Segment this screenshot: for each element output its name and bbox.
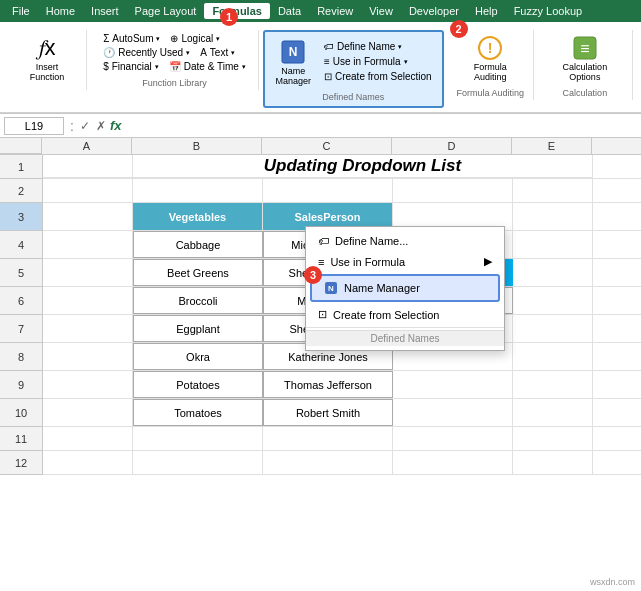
- use-in-formula-button[interactable]: ≡ Use in Formula ▾: [320, 55, 436, 68]
- calculation-group-label: Calculation: [563, 84, 608, 98]
- cell-a3[interactable]: [43, 203, 133, 230]
- menu-view[interactable]: View: [361, 3, 401, 19]
- cell-a9[interactable]: [43, 371, 133, 398]
- create-from-selection-button[interactable]: ⊡ Create from Selection: [320, 70, 436, 83]
- menu-item-create-from-selection[interactable]: ⊡ Create from Selection: [306, 304, 504, 325]
- cell-a11[interactable]: [43, 427, 133, 450]
- cell-a1[interactable]: [43, 155, 133, 178]
- formula-input[interactable]: [125, 119, 637, 133]
- menu-item-name-manager[interactable]: 3 N Name Manager: [310, 274, 500, 302]
- menu-insert[interactable]: Insert: [83, 3, 127, 19]
- define-name-button[interactable]: 🏷 Define Name ▾: [320, 40, 436, 53]
- cell-b4[interactable]: Cabbage: [133, 231, 263, 258]
- insert-function-icon: 𝑓x: [33, 34, 61, 62]
- cell-b3-vegetables[interactable]: Vegetables: [133, 203, 263, 230]
- cell-a7[interactable]: [43, 315, 133, 342]
- cell-c11[interactable]: [263, 427, 393, 450]
- menu-file[interactable]: File: [4, 3, 38, 19]
- svg-text:≡: ≡: [580, 40, 589, 57]
- ribbon-group-insertfunction: 𝑓x Insert Function: [8, 30, 87, 90]
- cell-d2[interactable]: [393, 179, 513, 202]
- cell-c12[interactable]: [263, 451, 393, 474]
- cell-b9[interactable]: Potatoes: [133, 371, 263, 398]
- financial-button[interactable]: $ Financial ▾: [99, 60, 163, 73]
- cell-b12[interactable]: [133, 451, 263, 474]
- formula-auditing-button[interactable]: ! Formula Auditing: [456, 32, 525, 84]
- dropdown-separator: [306, 327, 504, 328]
- autosum-dropdown[interactable]: ▾: [156, 35, 160, 43]
- step2-circle: 2: [450, 20, 468, 38]
- cell-d11[interactable]: [393, 427, 513, 450]
- cell-b5[interactable]: Beet Greens: [133, 259, 263, 286]
- cell-a12[interactable]: [43, 451, 133, 474]
- name-manager-button[interactable]: N Name Manager: [271, 36, 316, 88]
- autosum-button[interactable]: Σ AutoSum ▾: [99, 32, 164, 45]
- calculation-options-button[interactable]: ≡ Calculation Options: [546, 32, 624, 84]
- cell-e10[interactable]: [513, 399, 593, 426]
- recently-used-button[interactable]: 🕐 Recently Used ▾: [99, 46, 194, 59]
- cell-b2[interactable]: [133, 179, 263, 202]
- cell-b6[interactable]: Broccoli: [133, 287, 263, 314]
- cell-reference-input[interactable]: [4, 117, 64, 135]
- menu-developer[interactable]: Developer: [401, 3, 467, 19]
- row-header-2: 2: [0, 179, 42, 203]
- menu-item-define-name[interactable]: 🏷 Define Name...: [306, 231, 504, 251]
- row-header-12: 12: [0, 451, 42, 475]
- cell-a4[interactable]: [43, 231, 133, 258]
- name-manager-icon: N: [279, 38, 307, 66]
- cell-b11[interactable]: [133, 427, 263, 450]
- cell-e11[interactable]: [513, 427, 593, 450]
- cell-a2[interactable]: [43, 179, 133, 202]
- ribbon-group-calculation: ≡ Calculation Options Calculation: [538, 30, 633, 100]
- function-library-group-label: Function Library: [142, 74, 207, 88]
- cell-d10[interactable]: [393, 399, 513, 426]
- page-title: Updating Dropdown List: [133, 155, 593, 178]
- cell-e3[interactable]: [513, 203, 593, 230]
- checkmark-icon[interactable]: ✓: [80, 119, 90, 133]
- row-header-9: 9: [0, 371, 42, 399]
- insert-function-button[interactable]: 𝑓x Insert Function: [16, 32, 78, 84]
- formula-auditing-group-label: Formula Auditing: [456, 84, 524, 98]
- cell-a8[interactable]: [43, 343, 133, 370]
- menu-help[interactable]: Help: [467, 3, 506, 19]
- table-row: Potatoes Thomas Jefferson: [43, 371, 641, 399]
- menu-pagelayout[interactable]: Page Layout: [127, 3, 205, 19]
- cell-a10[interactable]: [43, 399, 133, 426]
- cell-e9[interactable]: [513, 371, 593, 398]
- ribbon-group-formulaauditing: ! Formula Auditing Formula Auditing: [448, 30, 534, 100]
- cell-c9[interactable]: Thomas Jefferson: [263, 371, 393, 398]
- row-header-10: 10: [0, 399, 42, 427]
- name-manager-menu-icon: N: [324, 281, 338, 295]
- menu-fuzzylookup[interactable]: Fuzzy Lookup: [506, 3, 590, 19]
- cell-b7[interactable]: Eggplant: [133, 315, 263, 342]
- cell-a6[interactable]: [43, 287, 133, 314]
- cell-e4[interactable]: [513, 231, 593, 258]
- logical-button[interactable]: ⊕ Logical ▾: [166, 32, 224, 45]
- cell-e6[interactable]: [513, 287, 593, 314]
- cell-b8[interactable]: Okra: [133, 343, 263, 370]
- text-icon: A: [200, 47, 207, 58]
- cell-e5[interactable]: [513, 259, 593, 286]
- row-header-6: 6: [0, 287, 42, 315]
- svg-text:N: N: [328, 284, 334, 293]
- cell-c10[interactable]: Robert Smith: [263, 399, 393, 426]
- cell-a5[interactable]: [43, 259, 133, 286]
- cell-d12[interactable]: [393, 451, 513, 474]
- menu-data[interactable]: Data: [270, 3, 309, 19]
- datetime-button[interactable]: 📅 Date & Time ▾: [165, 60, 250, 73]
- menu-review[interactable]: Review: [309, 3, 361, 19]
- row-header-3: 3: [0, 203, 42, 231]
- cell-e8[interactable]: [513, 343, 593, 370]
- cell-b10[interactable]: Tomatoes: [133, 399, 263, 426]
- cell-e2[interactable]: [513, 179, 593, 202]
- datetime-icon: 📅: [169, 61, 181, 72]
- cell-c2[interactable]: [263, 179, 393, 202]
- cross-icon[interactable]: ✗: [96, 119, 106, 133]
- cell-d9[interactable]: [393, 371, 513, 398]
- cell-e12[interactable]: [513, 451, 593, 474]
- text-button[interactable]: A Text ▾: [196, 46, 239, 59]
- menu-home[interactable]: Home: [38, 3, 83, 19]
- menu-item-use-in-formula[interactable]: ≡ Use in Formula ▶: [306, 251, 504, 272]
- row-header-4: 4: [0, 231, 42, 259]
- cell-e7[interactable]: [513, 315, 593, 342]
